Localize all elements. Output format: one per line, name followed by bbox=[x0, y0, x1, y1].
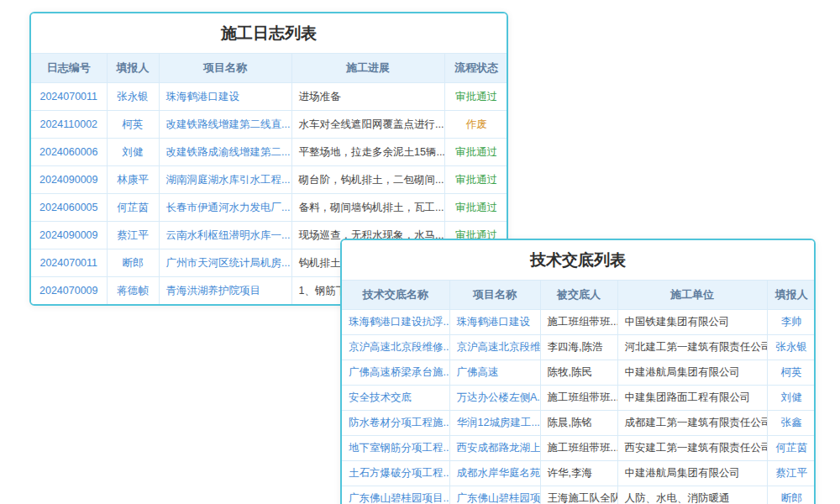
reporter-cell[interactable]: 断郎 bbox=[107, 249, 159, 277]
reporter-cell[interactable]: 柯英 bbox=[107, 111, 159, 139]
log-id-cell[interactable]: 2024070011 bbox=[31, 83, 107, 111]
project-name-cell[interactable]: 珠海鹤港口建设 bbox=[159, 83, 291, 111]
column-header: 技术交底名称 bbox=[342, 281, 449, 310]
column-header: 施工进展 bbox=[291, 54, 444, 83]
project-name-cell[interactable]: 京沪高速北京段维修 bbox=[449, 335, 540, 360]
column-header: 被交底人 bbox=[540, 281, 617, 310]
disclosure-name-cell[interactable]: 广东佛山碧桂园项目... bbox=[342, 486, 449, 504]
reporter-cell[interactable]: 林康平 bbox=[107, 166, 159, 194]
table-row[interactable]: 2024060005何芷茵长春市伊通河水力发电厂...备料，砌间墙钩机排土，瓦工… bbox=[31, 194, 508, 222]
construction-unit-cell: 河北建工第一建筑有限责任公司 bbox=[617, 335, 767, 360]
reporter-cell[interactable]: 刘健 bbox=[107, 139, 159, 166]
recipient-cell: 许华,李海 bbox=[540, 461, 617, 486]
status-cell: 审批通过 bbox=[444, 166, 508, 194]
construction-log-title: 施工日志列表 bbox=[31, 13, 507, 53]
construction-unit-cell: 西安建工第一建筑有限责任公司 bbox=[617, 436, 767, 461]
table-row[interactable]: 2024060006刘健改建铁路成渝线增建第二...平整场地，拉走多余泥土15辆… bbox=[31, 139, 508, 166]
tech-disclosure-panel: 技术交底列表 技术交底名称项目名称被交底人施工单位填报人 珠海鹤港口建设抗浮..… bbox=[340, 239, 816, 504]
progress-cell: 备料，砌间墙钩机排土，瓦工... bbox=[291, 194, 444, 222]
column-header: 施工单位 bbox=[617, 281, 767, 310]
status-cell: 审批通过 bbox=[444, 139, 508, 166]
recipient-cell: 施工班组带班... bbox=[540, 386, 617, 411]
table-row[interactable]: 珠海鹤港口建设抗浮...珠海鹤港口建设施工班组带班...中国铁建集团有限公司李帅 bbox=[342, 310, 816, 335]
disclosure-name-cell[interactable]: 京沪高速北京段维修... bbox=[342, 335, 449, 360]
column-header: 项目名称 bbox=[449, 281, 540, 310]
recipient-cell: 施工班组带班... bbox=[540, 436, 617, 461]
status-cell: 审批通过 bbox=[444, 194, 508, 222]
recipient-cell: 王海施工队全队... bbox=[540, 486, 617, 504]
column-header: 填报人 bbox=[107, 54, 159, 83]
log-id-cell[interactable]: 2024090009 bbox=[31, 222, 107, 249]
project-name-cell[interactable]: 广东佛山碧桂园项目 bbox=[449, 486, 540, 504]
table-row[interactable]: 土石方爆破分项工程...成都水岸华庭名苑...许华,李海中建港航局集团有限公司蔡… bbox=[342, 461, 816, 486]
recipient-cell: 施工班组带班... bbox=[540, 310, 617, 335]
log-id-cell[interactable]: 2024060006 bbox=[31, 139, 107, 166]
progress-cell: 平整场地，拉走多余泥土15辆... bbox=[291, 139, 444, 166]
project-name-cell[interactable]: 万达办公楼左侧A... bbox=[449, 386, 540, 411]
disclosure-name-cell[interactable]: 安全技术交底 bbox=[342, 386, 449, 411]
tech-disclosure-title: 技术交底列表 bbox=[342, 240, 814, 280]
log-id-cell[interactable]: 2024070011 bbox=[31, 249, 107, 277]
progress-cell: 砌台阶，钩机排土，二包砌间... bbox=[291, 166, 444, 194]
table-header-row: 日志编号填报人项目名称施工进展流程状态 bbox=[31, 54, 508, 83]
recipient-cell: 陈晨,陈铭 bbox=[540, 411, 617, 436]
project-name-cell[interactable]: 成都水岸华庭名苑... bbox=[449, 461, 540, 486]
column-header: 项目名称 bbox=[159, 54, 291, 83]
reporter-cell[interactable]: 张永银 bbox=[107, 83, 159, 111]
project-name-cell[interactable]: 青海洪湖养护院项目 bbox=[159, 277, 291, 305]
project-name-cell[interactable]: 西安成都路龙湖上... bbox=[449, 436, 540, 461]
project-name-cell[interactable]: 云南水利枢纽潜明水库一... bbox=[159, 222, 291, 249]
project-name-cell[interactable]: 改建铁路成渝线增建第二... bbox=[159, 139, 291, 166]
reporter-cell[interactable]: 张永银 bbox=[767, 335, 816, 360]
construction-unit-cell: 中国铁建集团有限公司 bbox=[617, 310, 767, 335]
progress-cell: 进场准备 bbox=[291, 83, 444, 111]
reporter-cell[interactable]: 柯英 bbox=[767, 360, 816, 386]
recipient-cell: 李四海,陈浩 bbox=[540, 335, 617, 360]
project-name-cell[interactable]: 广州市天河区统计局机房... bbox=[159, 249, 291, 277]
reporter-cell[interactable]: 刘健 bbox=[767, 386, 816, 411]
tech-disclosure-table: 技术交底名称项目名称被交底人施工单位填报人 珠海鹤港口建设抗浮...珠海鹤港口建… bbox=[342, 280, 816, 504]
construction-unit-cell: 成都建工第一建筑有限责任公司 bbox=[617, 411, 767, 436]
construction-unit-cell: 中建港航局集团有限公司 bbox=[617, 461, 767, 486]
log-id-cell[interactable]: 2024070009 bbox=[31, 277, 107, 305]
table-row[interactable]: 防水卷材分项工程施...华润12城房建工...陈晨,陈铭成都建工第一建筑有限责任… bbox=[342, 411, 816, 436]
reporter-cell[interactable]: 何芷茵 bbox=[767, 436, 816, 461]
table-row[interactable]: 地下室钢筋分项工程...西安成都路龙湖上...施工班组带班...西安建工第一建筑… bbox=[342, 436, 816, 461]
status-cell: 审批通过 bbox=[444, 83, 508, 111]
progress-cell: 水车对全线遮阳网覆盖点进行... bbox=[291, 111, 444, 139]
reporter-cell[interactable]: 蔡江平 bbox=[107, 222, 159, 249]
reporter-cell[interactable]: 蒋德帧 bbox=[107, 277, 159, 305]
disclosure-name-cell[interactable]: 广佛高速桥梁承台施... bbox=[342, 360, 449, 386]
reporter-cell[interactable]: 何芷茵 bbox=[107, 194, 159, 222]
project-name-cell[interactable]: 长春市伊通河水力发电厂... bbox=[159, 194, 291, 222]
log-id-cell[interactable]: 2024110002 bbox=[31, 111, 107, 139]
table-row[interactable]: 2024070011张永银珠海鹤港口建设进场准备审批通过 bbox=[31, 83, 508, 111]
table-row[interactable]: 安全技术交底万达办公楼左侧A...施工班组带班...中建集团路面工程有限公司刘健 bbox=[342, 386, 816, 411]
table-row[interactable]: 2024090009林康平湖南洞庭湖水库引水工程...砌台阶，钩机排土，二包砌间… bbox=[31, 166, 508, 194]
construction-unit-cell: 中建集团路面工程有限公司 bbox=[617, 386, 767, 411]
project-name-cell[interactable]: 广佛高速 bbox=[449, 360, 540, 386]
table-row[interactable]: 京沪高速北京段维修...京沪高速北京段维修李四海,陈浩河北建工第一建筑有限责任公… bbox=[342, 335, 816, 360]
construction-unit-cell: 中建港航局集团有限公司 bbox=[617, 360, 767, 386]
table-header-row: 技术交底名称项目名称被交底人施工单位填报人 bbox=[342, 281, 816, 310]
status-cell: 作废 bbox=[444, 111, 508, 139]
recipient-cell: 陈牧,陈民 bbox=[540, 360, 617, 386]
reporter-cell[interactable]: 李帅 bbox=[767, 310, 816, 335]
disclosure-name-cell[interactable]: 珠海鹤港口建设抗浮... bbox=[342, 310, 449, 335]
column-header: 流程状态 bbox=[444, 54, 508, 83]
table-row[interactable]: 广东佛山碧桂园项目...广东佛山碧桂园项目王海施工队全队...人防、水电、消防暖… bbox=[342, 486, 816, 504]
project-name-cell[interactable]: 改建铁路线增建第二线直... bbox=[159, 111, 291, 139]
disclosure-name-cell[interactable]: 防水卷材分项工程施... bbox=[342, 411, 449, 436]
table-row[interactable]: 广佛高速桥梁承台施...广佛高速陈牧,陈民中建港航局集团有限公司柯英 bbox=[342, 360, 816, 386]
reporter-cell[interactable]: 张鑫 bbox=[767, 411, 816, 436]
project-name-cell[interactable]: 华润12城房建工... bbox=[449, 411, 540, 436]
project-name-cell[interactable]: 湖南洞庭湖水库引水工程... bbox=[159, 166, 291, 194]
table-row[interactable]: 2024110002柯英改建铁路线增建第二线直...水车对全线遮阳网覆盖点进行.… bbox=[31, 111, 508, 139]
reporter-cell[interactable]: 蔡江平 bbox=[767, 461, 816, 486]
disclosure-name-cell[interactable]: 地下室钢筋分项工程... bbox=[342, 436, 449, 461]
log-id-cell[interactable]: 2024090009 bbox=[31, 166, 107, 194]
log-id-cell[interactable]: 2024060005 bbox=[31, 194, 107, 222]
project-name-cell[interactable]: 珠海鹤港口建设 bbox=[449, 310, 540, 335]
disclosure-name-cell[interactable]: 土石方爆破分项工程... bbox=[342, 461, 449, 486]
reporter-cell[interactable]: 断郎 bbox=[767, 486, 816, 504]
